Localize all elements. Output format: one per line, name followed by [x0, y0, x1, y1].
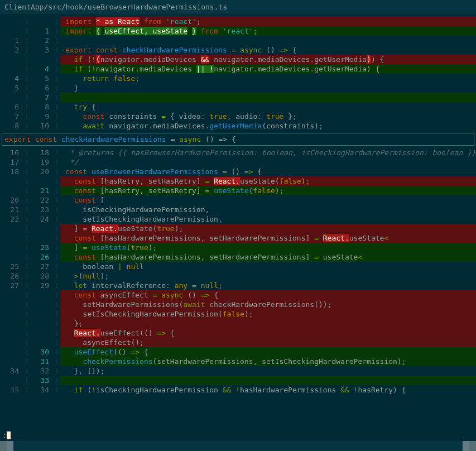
diff-line: 34⁞32⁞ }, []);: [0, 366, 476, 376]
diff-line: ⁞7⁞: [0, 93, 476, 102]
diff-line: ⁞⁞ if (!(navigator.mediaDevices && navig…: [0, 55, 476, 64]
diff-line: 1⁞2⁞: [0, 36, 476, 45]
diff-line: ⁞⁞ setHardwarePermissions(await checkHar…: [0, 300, 476, 309]
diff-line: ⁞⁞ const [hasHardwarePermissions, setHar…: [0, 233, 476, 243]
diff-line: 35⁞34⁞ if (!isCheckingHardwarePermission…: [0, 385, 476, 395]
diff-line: 18⁞20⁞const useBrowserHardwarePermission…: [0, 167, 476, 176]
text-cursor: [7, 431, 11, 439]
diff-line: 21⁞23⁞ isCheckingHardwarePermission,: [0, 205, 476, 214]
status-bar: [0, 441, 476, 451]
hunk-header: export const checkHardwarePermissions = …: [2, 133, 474, 146]
diff-line: 4⁞5⁞ return false;: [0, 74, 476, 83]
diff-line: ⁞33⁞: [0, 376, 476, 385]
diff-line: 16⁞18⁞ * @returns {{ hasBrowserHardwareP…: [0, 148, 476, 157]
diff-line: 25⁞27⁞ boolean | null: [0, 262, 476, 271]
command-line[interactable]: :: [0, 430, 476, 440]
diff-line: ⁞⁞ ] = React.useState(true);: [0, 224, 476, 233]
diff-line: 27⁞29⁞ let intervalReference: any = null…: [0, 281, 476, 290]
diff-line: 17⁞19⁞ */: [0, 157, 476, 167]
diff-line: ⁞1⁞import { useEffect, useState } from '…: [0, 26, 476, 36]
diff-line: ⁞26⁞ const [hasHardwarePermissions, setH…: [0, 252, 476, 262]
diff-line: ⁞30⁞ useEffect(() => {: [0, 347, 476, 357]
diff-line: ⁞⁞ };: [0, 319, 476, 328]
editor-title: ClientApp/src/hook/useBrowserHardwarePer…: [0, 0, 476, 15]
diff-line: 22⁞24⁞ setIsCheckingHardwarePermission,: [0, 214, 476, 224]
diff-line: ⁞⁞ const asyncEffect = async () => {: [0, 290, 476, 300]
diff-line: ⁞⁞import * as React from 'react';: [0, 17, 476, 26]
diff-line: ⁞4⁞ if (!navigator.mediaDevices || !navi…: [0, 64, 476, 74]
diff-view[interactable]: ⁞⁞import * as React from 'react';⁞1⁞impo…: [0, 15, 476, 395]
diff-line: 8⁞10⁞ await navigator.mediaDevices.getUs…: [0, 121, 476, 131]
diff-line: ⁞21⁞ const [hasRetry, setHasRetry] = use…: [0, 186, 476, 195]
diff-line: 26⁞28⁞ >(null);: [0, 271, 476, 281]
diff-line: ⁞25⁞ ] = useState(true);: [0, 243, 476, 252]
diff-line: 5⁞6⁞ }: [0, 83, 476, 93]
diff-line: 20⁞22⁞ const [: [0, 195, 476, 205]
diff-line: 7⁞9⁞ const constraints = { video: true, …: [0, 112, 476, 121]
diff-line: ⁞⁞ const [hasRetry, setHasRetry] = React…: [0, 176, 476, 186]
diff-line: ⁞31⁞ checkPermissions(setHardwarePermiss…: [0, 357, 476, 366]
diff-line: ⁞⁞ React.useEffect(() => {: [0, 328, 476, 338]
diff-line: 6⁞8⁞ try {: [0, 102, 476, 112]
diff-line: 2⁞3⁞export const checkHardwarePermission…: [0, 45, 476, 55]
diff-line: ⁞⁞ asyncEffect();: [0, 338, 476, 347]
diff-line: ⁞⁞ setIsCheckingHardwarePermission(false…: [0, 309, 476, 319]
